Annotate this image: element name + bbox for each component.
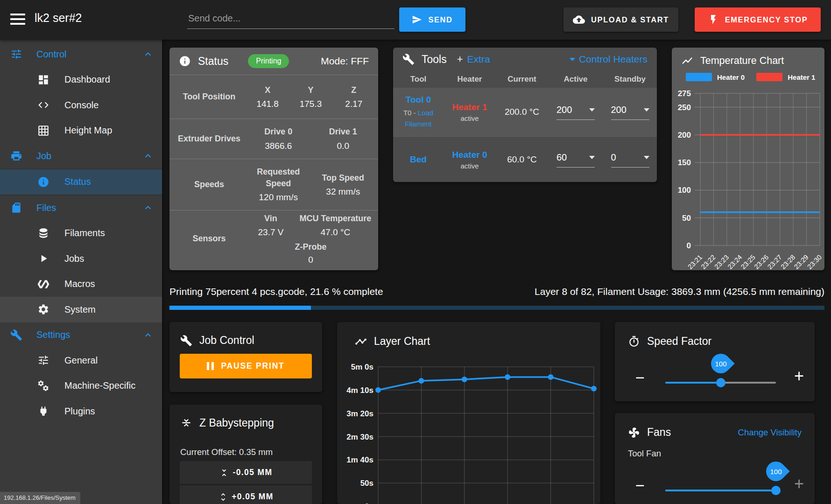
- babystep-down-button[interactable]: -0.05 MM: [180, 461, 312, 484]
- data-point: [375, 387, 381, 393]
- change-visibility-link[interactable]: Change Visibility: [738, 427, 802, 438]
- status-row-sensors: Sensors Vin23.7 V MCU Temperature47.0 °C…: [169, 210, 378, 267]
- babystepping-title: Z Babystepping: [199, 417, 274, 429]
- slider-thumb[interactable]: [771, 486, 781, 495]
- sidebar-item-console[interactable]: Console: [0, 92, 162, 118]
- status-panel: Status Printing Mode: FFF Tool Position …: [169, 48, 378, 270]
- temperature-chart-canvas: 27525020015010050023:2123:2223:2323:2423…: [676, 89, 824, 270]
- send-button[interactable]: SEND: [399, 7, 465, 32]
- menu-icon[interactable]: [10, 14, 26, 26]
- chevron-up-icon[interactable]: [142, 150, 154, 161]
- play-icon: [37, 252, 49, 265]
- sidebar-section-settings[interactable]: Settings: [0, 322, 162, 348]
- sidebar-item-filaments[interactable]: Filaments: [0, 221, 162, 246]
- control-heaters-dropdown[interactable]: Control Heaters: [570, 54, 648, 65]
- tool0-link[interactable]: Tool 0: [393, 95, 444, 105]
- fan-increase-button[interactable]: +: [794, 476, 804, 492]
- sidebar-section-job[interactable]: Job: [0, 143, 162, 169]
- layer-chart-title: Layer Chart: [374, 335, 430, 348]
- sd-card-icon: [10, 202, 22, 214]
- chevron-up-icon[interactable]: [142, 202, 154, 213]
- babystep-up-button[interactable]: +0.05 MM: [180, 485, 312, 504]
- extra-link[interactable]: Extra: [467, 54, 490, 65]
- sidebar-section-files[interactable]: Files: [0, 195, 162, 221]
- sidebar-item-jobs[interactable]: Jobs: [0, 246, 162, 272]
- y-tick-label: 250: [678, 103, 691, 112]
- speed-increase-button[interactable]: +: [794, 368, 804, 385]
- app-title: lk2 ser#2: [35, 11, 82, 25]
- sidebar-item-status[interactable]: Status: [0, 169, 162, 196]
- tools-table-header: Tool Heater Current Active Standby: [393, 71, 657, 88]
- sidebar-item-plugins[interactable]: Plugins: [0, 399, 162, 424]
- heater1-link[interactable]: Heater 1: [444, 102, 496, 112]
- y-tick-label: 0s: [365, 502, 373, 504]
- speed-factor-title: Speed Factor: [647, 335, 711, 348]
- layer-chart-panel: Layer Chart 5m 0s4m 10s3m 20s2m 30s1m 40…: [337, 322, 600, 504]
- sidebar-item-system[interactable]: System: [0, 297, 162, 322]
- pause-print-button[interactable]: PAUSE PRINT: [180, 354, 312, 378]
- dashboard-icon: [37, 74, 49, 86]
- temperature-chart-panel: Temperature Chart Heater 0 Heater 1 2752…: [672, 48, 824, 270]
- series-line: [378, 377, 594, 390]
- plug-icon: [37, 405, 49, 417]
- fan-decrease-button[interactable]: −: [635, 477, 645, 493]
- tool0-active-temp-select[interactable]: 200: [556, 105, 595, 120]
- heater0-link[interactable]: Heater 0: [444, 150, 496, 160]
- lightning-bolt-icon: [708, 14, 719, 25]
- job-control-title: Job Control: [199, 334, 254, 347]
- temperature-chart-plot: 27525020015010050023:2123:2223:2323:2423…: [676, 89, 824, 270]
- heater1-legend-swatch: [756, 73, 782, 81]
- current-offset-label: Current Offset: 0.35 mm: [180, 447, 273, 457]
- fans-title: Fans: [647, 426, 671, 439]
- caret-down-icon: [644, 156, 649, 159]
- y-tick-label: 50: [682, 214, 691, 223]
- speed-decrease-button[interactable]: −: [635, 370, 645, 385]
- line-chart-icon: [681, 55, 693, 67]
- slider-thumb[interactable]: [716, 378, 725, 387]
- fan-icon: [628, 427, 640, 439]
- current-temp-value: 60.0 °C: [496, 154, 548, 165]
- speed-factor-slider[interactable]: 100: [665, 378, 776, 387]
- job-control-panel: Job Control PAUSE PRINT: [169, 322, 322, 392]
- caret-down-icon: [644, 108, 649, 112]
- tool0-standby-temp-select[interactable]: 200: [611, 105, 649, 120]
- tune-icon: [10, 48, 22, 60]
- cloud-upload-icon: [573, 14, 585, 26]
- database-icon: [37, 227, 49, 239]
- status-row-tool-position: Tool Position X141.8 Y175.3 Z2.17: [169, 75, 378, 119]
- x-tick-label: 23:24: [726, 253, 743, 270]
- status-row-speeds: Speeds Requested Speed120 mm/s Top Speed…: [169, 159, 378, 210]
- printing-status-badge: Printing: [248, 54, 289, 68]
- timer-icon: [628, 336, 640, 348]
- y-tick-label: 200: [678, 131, 691, 140]
- tool-fan-slider[interactable]: 100: [665, 486, 776, 495]
- emergency-stop-button[interactable]: EMERGENCY STOP: [695, 7, 821, 32]
- bed-active-temp-select[interactable]: 60: [556, 152, 595, 168]
- code-icon: [37, 99, 49, 111]
- upload-start-button[interactable]: UPLOAD & START: [563, 7, 678, 32]
- current-temp-value: 200.0 °C: [496, 107, 548, 117]
- bed-standby-temp-select[interactable]: 0: [611, 152, 649, 168]
- sidebar-section-control[interactable]: Control: [0, 42, 162, 67]
- bed-link[interactable]: Bed: [393, 154, 444, 165]
- x-tick-label: 23:26: [753, 253, 770, 270]
- x-tick-label: 23:21: [686, 253, 704, 270]
- sidebar-item-dashboard[interactable]: Dashboard: [0, 67, 162, 93]
- tool-fan-label: Tool Fan: [628, 448, 661, 459]
- chevron-up-icon[interactable]: [142, 329, 154, 341]
- tools-panel-title: Tools: [422, 53, 447, 66]
- layer-chart-canvas: 5m 0s4m 10s3m 20s2m 30s1m 40s50s0s: [342, 355, 598, 504]
- sidebar-item-height-map[interactable]: Height Map: [0, 118, 162, 144]
- send-code-input[interactable]: [187, 9, 394, 29]
- sidebar-item-general[interactable]: General: [0, 348, 162, 373]
- sidebar-item-macros[interactable]: Macros: [0, 272, 162, 297]
- slider-value-balloon: 100: [762, 457, 789, 485]
- grid-icon: [37, 125, 49, 137]
- sidebar: Control Dashboard Console Height Map Job…: [0, 40, 162, 504]
- chevron-up-icon[interactable]: [142, 49, 154, 60]
- layer-filament-text: Layer 8 of 82, Filament Usage: 3869.3 mm…: [535, 286, 824, 297]
- gears-icon: [37, 380, 49, 392]
- sidebar-item-machine-specific[interactable]: Machine-Specific: [0, 373, 162, 399]
- x-tick-label: 23:29: [793, 253, 810, 270]
- y-tick-label: 3m 20s: [346, 409, 373, 418]
